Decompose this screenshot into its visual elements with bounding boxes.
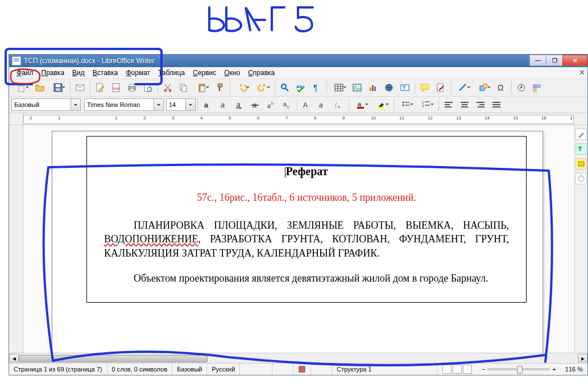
- sidebar-properties-icon[interactable]: [575, 129, 587, 140]
- format-paintbrush-button[interactable]: [213, 80, 227, 95]
- vertical-ruler[interactable]: [9, 125, 23, 353]
- table-button[interactable]: [329, 80, 349, 95]
- subscript-button[interactable]: ab: [280, 97, 295, 112]
- menu-help[interactable]: Справка: [244, 68, 279, 78]
- pdf-button[interactable]: PDF: [109, 80, 123, 95]
- horizontal-ruler[interactable]: 211234567891011121314151617: [23, 115, 574, 124]
- number-list-button[interactable]: 12: [417, 97, 436, 112]
- strikethrough-button[interactable]: a: [248, 97, 263, 112]
- line-button[interactable]: [453, 80, 473, 95]
- font-name-combo[interactable]: Times New Roman: [84, 98, 164, 111]
- menu-window[interactable]: Окно: [220, 68, 244, 78]
- svg-text:b: b: [287, 105, 289, 109]
- status-selection-mode[interactable]: [272, 364, 293, 375]
- status-language[interactable]: Русский: [207, 364, 240, 375]
- nonprinting-button[interactable]: ¶: [309, 80, 324, 95]
- svg-text:a: a: [267, 102, 271, 109]
- find-button[interactable]: [278, 80, 292, 95]
- align-center-button[interactable]: [457, 97, 472, 112]
- textbox-button[interactable]: T: [397, 80, 412, 95]
- close-button[interactable]: ✕: [562, 55, 587, 66]
- menu-tools[interactable]: Сервис: [189, 68, 220, 78]
- bullet-list-button[interactable]: [396, 97, 416, 112]
- minimize-button[interactable]: —: [529, 55, 546, 66]
- sidebar-styles-icon[interactable]: T: [575, 143, 587, 155]
- copy-button[interactable]: [176, 80, 191, 95]
- bold-button[interactable]: a: [200, 97, 215, 112]
- mail-button[interactable]: [73, 80, 88, 95]
- save-button[interactable]: [48, 80, 68, 95]
- view-single-page-button[interactable]: [442, 365, 452, 374]
- menu-file[interactable]: Файл: [13, 68, 38, 78]
- align-left-button[interactable]: [441, 97, 456, 112]
- hyperlink-button[interactable]: [382, 80, 396, 95]
- view-book-button[interactable]: [463, 365, 472, 374]
- view-multi-page-button[interactable]: [453, 365, 462, 374]
- gallery-button[interactable]: [530, 80, 545, 95]
- print-button[interactable]: [125, 80, 139, 95]
- underline-button[interactable]: a: [232, 97, 247, 112]
- status-modified-icon[interactable]: [293, 364, 311, 375]
- font-color-button[interactable]: a: [351, 97, 371, 112]
- status-page[interactable]: Страница 1 из 69 (страница 7): [9, 364, 107, 375]
- status-insert-mode[interactable]: [240, 364, 272, 375]
- zoom-value[interactable]: 116 %: [561, 364, 587, 375]
- scroll-thumb[interactable]: [19, 355, 208, 362]
- zoom-in-button[interactable]: +: [552, 366, 556, 373]
- svg-rect-20: [200, 86, 205, 92]
- comment-button[interactable]: [417, 80, 432, 95]
- lowercase-button[interactable]: a: [316, 97, 330, 112]
- special-char-button[interactable]: Ω: [494, 80, 509, 95]
- svg-rect-2: [19, 86, 23, 87]
- menu-format[interactable]: Формат: [122, 68, 154, 78]
- superscript-button[interactable]: ab: [264, 97, 279, 112]
- font-size-combo[interactable]: 14: [166, 98, 196, 111]
- undo-button[interactable]: [233, 80, 252, 95]
- italic-button[interactable]: a: [216, 97, 231, 112]
- paragraph-style-combo[interactable]: Базовый: [11, 98, 81, 111]
- align-justify-button[interactable]: [489, 97, 504, 112]
- scroll-right-button[interactable]: ▸: [578, 354, 587, 362]
- redo-button[interactable]: [253, 80, 272, 95]
- preview-button[interactable]: [140, 80, 155, 95]
- status-style[interactable]: Базовый: [172, 364, 207, 375]
- document-viewport[interactable]: Реферат 57с., 16рис., 16табл., 6 источни…: [23, 125, 587, 353]
- status-words[interactable]: 0 слов, 0 символов: [107, 364, 173, 375]
- svg-text:2: 2: [422, 104, 424, 108]
- menu-edit[interactable]: Правка: [38, 68, 69, 78]
- sidebar-gallery-icon[interactable]: [575, 158, 587, 170]
- status-signature[interactable]: [311, 364, 332, 375]
- navigator-button[interactable]: [514, 80, 529, 95]
- new-button[interactable]: [12, 80, 31, 95]
- record-changes-button[interactable]: [433, 80, 448, 95]
- highlight-button[interactable]: [372, 97, 391, 112]
- horizontal-scrollbar[interactable]: ◂ ▸: [9, 353, 587, 363]
- title-bar[interactable]: ТСП (сломанная).docx - LibreOffice Write…: [9, 55, 587, 67]
- status-outline[interactable]: Структура 1: [332, 364, 437, 375]
- svg-text:T: T: [403, 85, 406, 90]
- menu-insert[interactable]: Вставка: [89, 68, 122, 78]
- svg-rect-25: [353, 84, 361, 91]
- menu-view[interactable]: Вид: [68, 68, 89, 78]
- shapes-button[interactable]: [474, 80, 493, 95]
- maximize-button[interactable]: ❐: [546, 55, 563, 66]
- clear-formatting-button[interactable]: Ix: [332, 97, 346, 112]
- image-button[interactable]: [350, 80, 365, 95]
- page-content[interactable]: Реферат 57с., 16рис., 16табл., 6 источни…: [86, 136, 527, 303]
- align-right-button[interactable]: [473, 97, 488, 112]
- zoom-out-button[interactable]: −: [482, 366, 485, 373]
- paste-button[interactable]: [192, 80, 212, 95]
- edit-mode-button[interactable]: [93, 80, 107, 95]
- zoom-slider[interactable]: [487, 368, 550, 370]
- spellcheck-button[interactable]: Abc: [293, 80, 308, 95]
- close-document-button[interactable]: ✕: [579, 68, 585, 77]
- cut-button[interactable]: [160, 80, 175, 95]
- chart-button[interactable]: [366, 80, 380, 95]
- menu-table[interactable]: Таблица: [154, 68, 189, 78]
- svg-rect-70: [461, 102, 469, 103]
- zoom-control[interactable]: − +: [477, 364, 561, 375]
- open-button[interactable]: [32, 80, 47, 95]
- scroll-left-button[interactable]: ◂: [9, 354, 19, 362]
- uppercase-button[interactable]: A: [300, 97, 314, 112]
- sidebar-navigator-icon[interactable]: [575, 173, 587, 184]
